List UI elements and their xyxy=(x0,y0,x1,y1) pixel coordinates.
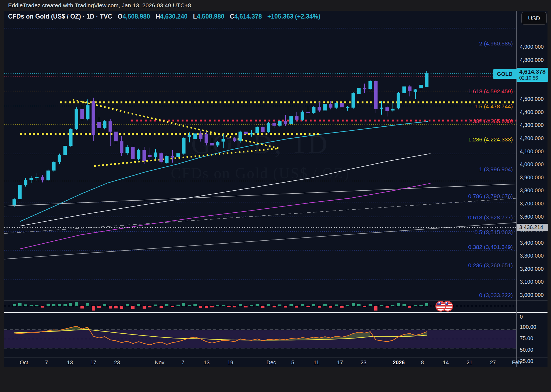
candle xyxy=(24,178,27,187)
level-price-badge: 3,436.214 xyxy=(517,224,548,231)
candle xyxy=(250,130,253,137)
candle xyxy=(160,152,163,163)
volume-bar xyxy=(205,306,208,308)
fib-label-1.5[interactable]: 1.5 (4,478.744) xyxy=(475,103,513,110)
candle xyxy=(148,148,152,159)
currency-button[interactable]: USD xyxy=(521,12,547,25)
volume-bar xyxy=(386,306,389,308)
fib-label-0.786[interactable]: 0.786 (3,790.676) xyxy=(468,193,513,199)
candle xyxy=(357,87,361,95)
candle xyxy=(210,138,214,149)
candle xyxy=(386,106,389,116)
fib-label-0[interactable]: 0 (3,033.222) xyxy=(479,292,513,298)
volume-bar xyxy=(69,303,72,306)
candle xyxy=(165,155,169,164)
us-flags-icon[interactable] xyxy=(434,300,455,313)
close-label: C xyxy=(230,13,234,20)
time-tick-14: 14 xyxy=(443,359,449,366)
time-tick-Nov: Nov xyxy=(155,359,164,366)
volume-bar xyxy=(352,303,355,306)
time-tick-Dec: Dec xyxy=(266,359,276,366)
fib-label-1[interactable]: 1 (3,996.904) xyxy=(479,166,513,173)
candle xyxy=(233,137,236,142)
time-tick-8: 8 xyxy=(421,359,424,366)
candle xyxy=(69,128,73,147)
candle xyxy=(52,161,56,172)
volume-bar xyxy=(369,304,372,306)
price-tick-3800: 3,800.000 xyxy=(520,187,544,194)
high-value: 4,630.240 xyxy=(160,13,188,20)
candle xyxy=(273,119,276,128)
candle xyxy=(114,129,118,144)
candle xyxy=(419,84,423,90)
candle xyxy=(256,126,259,134)
symbol-title[interactable]: CFDs on Gold (US$ / OZ) · 1D · TVC xyxy=(8,13,112,20)
candle xyxy=(103,120,107,129)
candle xyxy=(154,149,157,159)
candle xyxy=(414,89,417,99)
time-tick-7: 7 xyxy=(181,359,184,366)
candle xyxy=(18,184,22,201)
volume-bar xyxy=(148,306,151,307)
last-price-value: 4,614.378 xyxy=(519,68,548,75)
volume-zero-label: 0 xyxy=(520,314,523,320)
volume-bar xyxy=(340,306,344,308)
time-tick-11: 11 xyxy=(314,359,319,366)
candle xyxy=(126,145,129,155)
fib-label-1.618[interactable]: 1.618 (4,592.459) xyxy=(468,88,513,95)
candle xyxy=(109,119,112,146)
time-tick-13: 13 xyxy=(67,359,73,366)
fib-label-1.236[interactable]: 1.236 (4,224.333) xyxy=(468,136,513,143)
price-chart-canvas[interactable] xyxy=(4,11,548,367)
volume-bar xyxy=(199,306,202,308)
chart-container[interactable]: GOLD, 1D CFDs on Gold (US$ / OZ) CFDs on… xyxy=(4,11,548,367)
volume-bar xyxy=(137,304,140,306)
open-label: O xyxy=(118,13,123,20)
candle xyxy=(35,173,39,181)
price-tick-3300: 3,300.000 xyxy=(520,253,544,259)
top-attribution-bar: EddieTradez created with TradingView.com… xyxy=(0,0,551,11)
volume-bar xyxy=(114,306,118,308)
footer-bar: TradingView xyxy=(0,367,551,392)
time-tick-17: 17 xyxy=(90,359,96,366)
fib-label-1.382[interactable]: 1.382 (4,365.030) xyxy=(468,118,513,124)
candle xyxy=(171,150,174,163)
volume-bar xyxy=(92,306,95,311)
rsi-tick-100: 100.00 xyxy=(520,324,536,330)
fib-label-2[interactable]: 2 (4,960.585) xyxy=(479,40,513,47)
volume-bar xyxy=(63,304,67,306)
volume-bar xyxy=(120,306,123,309)
fib-label-0.618[interactable]: 0.618 (3,628.777) xyxy=(468,214,513,221)
fib-label-0.382[interactable]: 0.382 (3,401.349) xyxy=(468,244,513,250)
volume-bar xyxy=(267,304,270,306)
volume-bar xyxy=(47,304,50,306)
candle xyxy=(323,103,327,112)
volume-bar xyxy=(165,304,168,306)
candle xyxy=(239,131,242,143)
volume-bar xyxy=(210,306,214,307)
volume-bar xyxy=(58,304,61,306)
price-tick-4900: 4,900.000 xyxy=(520,44,544,50)
volume-bar xyxy=(289,304,293,306)
volume-layer xyxy=(13,302,428,311)
volume-bar xyxy=(295,306,298,308)
volume-bar xyxy=(233,306,236,307)
symbol-ohlc-row: CFDs on Gold (US$ / OZ) · 1D · TVC O4,50… xyxy=(8,13,320,20)
candle xyxy=(58,154,61,164)
time-tick-2026: 2026 xyxy=(393,359,405,366)
candle xyxy=(289,115,293,125)
open-value: 4,508.980 xyxy=(122,13,150,20)
price-tick-4500: 4,500.000 xyxy=(520,96,544,102)
low-value: 4,508.980 xyxy=(197,13,224,20)
candle xyxy=(346,106,349,111)
fib-label-0.236[interactable]: 0.236 (3,260.651) xyxy=(468,262,513,269)
candle xyxy=(295,112,299,122)
candle xyxy=(374,80,378,113)
fib-label-0.5[interactable]: 0.5 (3,515.063) xyxy=(475,229,513,236)
high-label: H xyxy=(156,13,160,20)
candle xyxy=(30,176,33,183)
volume-bar xyxy=(75,302,78,306)
rsi-tick-50: 50.00 xyxy=(520,347,533,353)
candle xyxy=(402,85,406,94)
volume-bar xyxy=(109,306,112,309)
